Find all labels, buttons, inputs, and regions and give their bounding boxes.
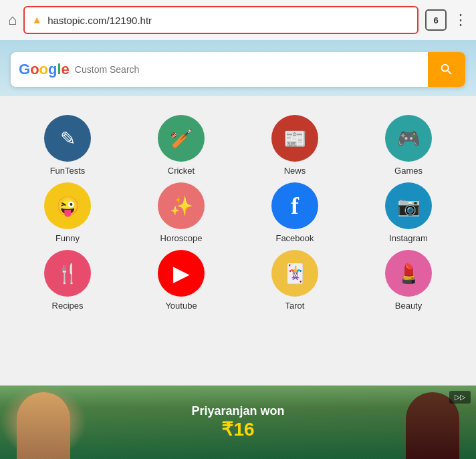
facebook-icon: f — [271, 182, 318, 229]
browser-chrome: ⌂ ▲ hastopic.com/12190.htr 6 ⋮ — [0, 0, 476, 40]
warning-icon: ▲ — [31, 14, 42, 26]
app-item-tarot[interactable]: 🃏Tarot — [238, 250, 352, 311]
horoscope-icon-char: ✨ — [170, 195, 193, 217]
funny-icon-char: 😜 — [56, 195, 80, 217]
instagram-icon-char: 📷 — [397, 195, 421, 217]
youtube-icon-char: ▶ — [173, 261, 190, 286]
person-silhouette-left — [17, 392, 70, 459]
funtests-icon-char: ✎ — [60, 128, 76, 150]
cricket-icon-char: 🏏 — [170, 128, 193, 150]
beauty-label: Beauty — [395, 301, 422, 311]
funtests-icon: ✎ — [44, 115, 91, 162]
app-item-funtests[interactable]: ✎FunTests — [11, 115, 124, 176]
app-item-news[interactable]: 📰News — [238, 115, 352, 176]
games-icon: 🎮 — [385, 115, 432, 162]
facebook-label: Facebook — [275, 233, 314, 243]
recipes-icon-char: 🍴 — [56, 263, 80, 285]
games-icon-char: 🎮 — [397, 128, 421, 150]
url-text: hastopic.com/12190.htr — [47, 15, 152, 26]
main-content: Google ✎FunTests🏏Cricket📰News🎮Games😜Funn… — [0, 40, 476, 459]
games-label: Games — [394, 166, 423, 176]
app-item-cricket[interactable]: 🏏Cricket — [124, 115, 238, 176]
app-grid: ✎FunTests🏏Cricket📰News🎮Games😜Funny✨Horos… — [0, 96, 476, 319]
cricket-label: Cricket — [168, 166, 195, 176]
tarot-icon-char: 🃏 — [283, 263, 307, 285]
home-button[interactable]: ⌂ — [8, 11, 17, 29]
app-item-instagram[interactable]: 📷Instagram — [352, 182, 465, 243]
more-menu-button[interactable]: ⋮ — [453, 11, 468, 29]
horoscope-label: Horoscope — [160, 233, 203, 243]
app-item-recipes[interactable]: 🍴Recipes — [11, 250, 124, 311]
horoscope-icon: ✨ — [158, 182, 205, 229]
recipes-label: Recipes — [52, 301, 84, 311]
app-item-beauty[interactable]: 💄Beauty — [352, 250, 465, 311]
tab-count-badge[interactable]: 6 — [425, 9, 447, 31]
address-bar[interactable]: ▲ hastopic.com/12190.htr — [23, 6, 419, 34]
ad-skip-badge[interactable]: ▷▷ — [449, 391, 471, 404]
search-button[interactable] — [428, 52, 465, 87]
search-icon — [439, 62, 454, 77]
app-item-funny[interactable]: 😜Funny — [11, 182, 124, 243]
app-item-games[interactable]: 🎮Games — [352, 115, 465, 176]
app-item-facebook[interactable]: fFacebook — [238, 182, 352, 243]
funtests-label: FunTests — [50, 166, 86, 176]
tarot-label: Tarot — [285, 301, 305, 311]
app-item-youtube[interactable]: ▶Youtube — [124, 250, 238, 311]
beauty-icon-char: 💄 — [397, 263, 421, 285]
banner-text-container: Priyaranjan won ₹16 — [191, 404, 284, 440]
recipes-icon: 🍴 — [44, 250, 91, 297]
search-container: Google — [11, 52, 465, 87]
funny-label: Funny — [55, 233, 80, 243]
youtube-label: Youtube — [165, 301, 197, 311]
instagram-label: Instagram — [389, 233, 428, 243]
funny-icon: 😜 — [44, 182, 91, 229]
tarot-icon: 🃏 — [271, 250, 318, 297]
news-label: News — [284, 166, 306, 176]
facebook-icon-char: f — [291, 192, 299, 220]
search-input[interactable] — [75, 64, 428, 75]
beauty-icon: 💄 — [385, 250, 432, 297]
banner-amount: ₹16 — [191, 418, 284, 440]
news-icon: 📰 — [271, 115, 318, 162]
app-item-horoscope[interactable]: ✨Horoscope — [124, 182, 238, 243]
news-icon-char: 📰 — [283, 128, 307, 150]
google-logo: Google — [19, 61, 70, 78]
youtube-icon: ▶ — [158, 250, 205, 297]
cricket-icon: 🏏 — [158, 115, 205, 162]
banner-person-left — [0, 386, 87, 459]
instagram-icon: 📷 — [385, 182, 432, 229]
bottom-banner: Priyaranjan won ₹16 ▷▷ — [0, 386, 476, 459]
banner-title: Priyaranjan won — [191, 404, 284, 418]
